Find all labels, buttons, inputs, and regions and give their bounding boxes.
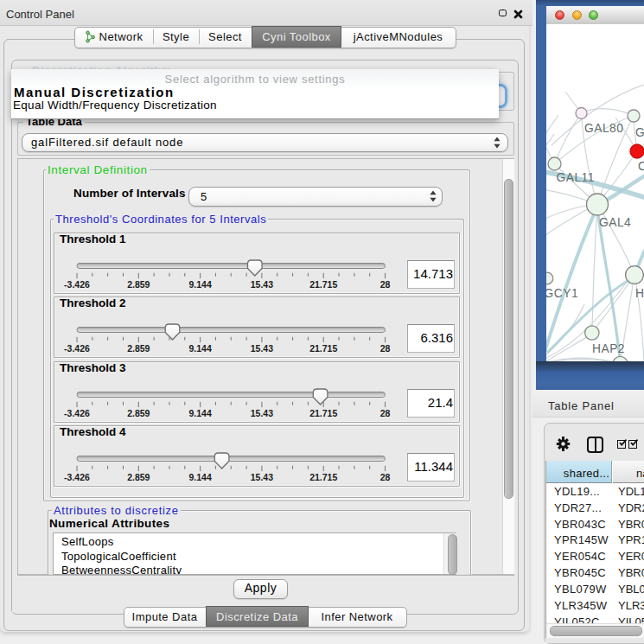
svg-text:2.859: 2.859 [127,279,150,290]
svg-text:2.859: 2.859 [127,472,150,482]
svg-text:9.144: 9.144 [188,408,211,418]
svg-text:HAP2: HAP2 [592,342,625,355]
svg-text:21.715: 21.715 [309,472,337,482]
svg-text:21.715: 21.715 [309,279,337,290]
svg-text:C: C [638,160,644,173]
svg-text:2.859: 2.859 [127,408,150,418]
svg-text:GCY1: GCY1 [546,287,578,300]
svg-text:GAL11: GAL11 [557,171,595,184]
svg-text:-3.426: -3.426 [64,472,90,482]
svg-text:GAL4: GAL4 [599,216,631,229]
svg-text:21.715: 21.715 [309,408,337,418]
svg-text:GAL80: GAL80 [584,122,623,135]
svg-text:9.144: 9.144 [188,279,211,290]
svg-text:-3.426: -3.426 [64,343,90,354]
svg-text:2.859: 2.859 [127,343,150,354]
svg-text:15.43: 15.43 [251,343,273,354]
svg-text:9.144: 9.144 [188,472,211,482]
svg-text:21.715: 21.715 [309,343,337,354]
svg-text:15.43: 15.43 [251,408,273,418]
svg-text:9.144: 9.144 [188,343,211,354]
svg-text:-3.426: -3.426 [64,408,90,418]
svg-text:15.43: 15.43 [251,472,273,482]
svg-text:HA: HA [635,287,644,300]
svg-text:GAL: GAL [635,126,644,139]
svg-text:15.43: 15.43 [251,279,273,290]
svg-text:-3.426: -3.426 [64,279,90,290]
